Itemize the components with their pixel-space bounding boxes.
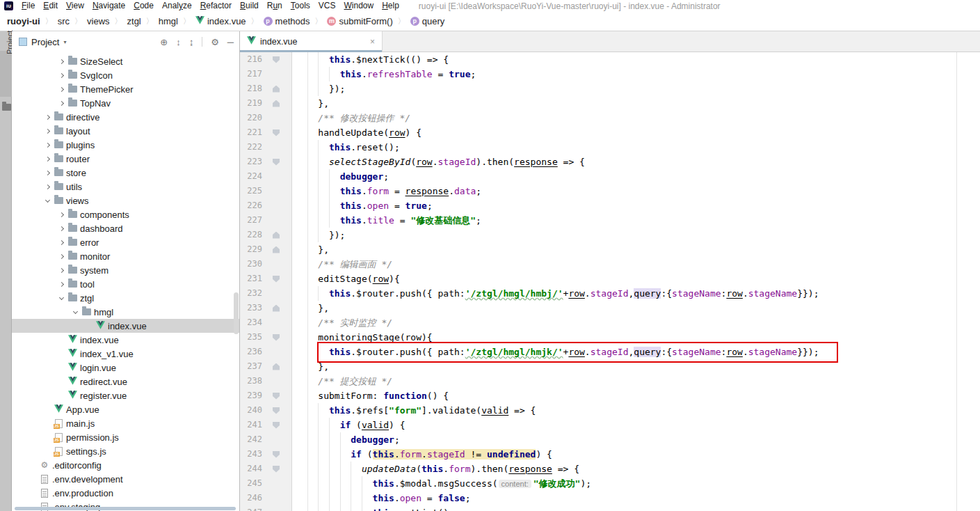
- code-line-223[interactable]: selectStageById(row.stageId).then(respon…: [292, 155, 980, 169]
- menu-item-build[interactable]: Build: [236, 0, 263, 12]
- chevron-right-icon[interactable]: [56, 88, 66, 91]
- code-line-244[interactable]: updateData(this.form).then(response => {: [292, 462, 980, 476]
- menu-item-view[interactable]: View: [62, 0, 88, 12]
- fold-start-icon[interactable]: [273, 422, 280, 429]
- collapse-all-icon[interactable]: ↨: [189, 37, 194, 47]
- fold-start-icon[interactable]: [273, 393, 280, 400]
- tree-item-svgicon[interactable]: SvgIcon: [12, 68, 239, 82]
- code-line-229[interactable]: },: [292, 242, 980, 257]
- hide-panel-icon[interactable]: ─: [227, 37, 234, 47]
- code-line-240[interactable]: this.$refs["form"].validate(valid => {: [292, 403, 980, 418]
- settings-gear-icon[interactable]: ⚙: [211, 37, 219, 47]
- breadcrumb-submitform-[interactable]: msubmitForm(): [326, 16, 394, 26]
- code-line-239[interactable]: submitForm: function() {: [292, 388, 980, 403]
- tree-item-system[interactable]: system: [12, 263, 239, 277]
- fold-start-icon[interactable]: [273, 129, 280, 136]
- project-horizontal-scrollbar[interactable]: [15, 507, 236, 510]
- breadcrumb-index-vue[interactable]: index.vue: [194, 16, 248, 26]
- tree-item-layout[interactable]: layout: [12, 124, 239, 138]
- code-line-221[interactable]: handleUpdate(row) {: [292, 125, 980, 140]
- menu-item-help[interactable]: Help: [378, 0, 403, 12]
- chevron-down-icon[interactable]: [42, 200, 52, 202]
- tree-item-utils[interactable]: utils: [12, 180, 239, 194]
- chevron-right-icon[interactable]: [56, 283, 66, 286]
- tree-item-views[interactable]: views: [12, 194, 239, 207]
- code-line-227[interactable]: this.title = "修改基础信息";: [292, 213, 980, 228]
- tree-item-login-vue[interactable]: login.vue: [12, 361, 239, 375]
- tree-item-store[interactable]: store: [12, 166, 239, 180]
- code-line-230[interactable]: /** 编辑画面 */: [292, 257, 980, 272]
- code-area[interactable]: this.$nextTick(() => { this.refreshTable…: [292, 52, 980, 511]
- chevron-right-icon[interactable]: [56, 102, 66, 105]
- chevron-right-icon[interactable]: [56, 213, 66, 217]
- chevron-right-icon[interactable]: [56, 269, 66, 272]
- fold-start-icon[interactable]: [273, 276, 280, 283]
- breadcrumb-ztgl[interactable]: ztgl: [126, 16, 143, 26]
- code-line-237[interactable]: },: [292, 359, 980, 374]
- tree-item-router[interactable]: router: [12, 152, 239, 166]
- code-line-246[interactable]: this.open = false;: [292, 491, 980, 505]
- tree-item-index-v1-vue[interactable]: index_v1.vue: [12, 347, 239, 361]
- fold-start-icon[interactable]: [273, 159, 280, 166]
- tree-item-app-vue[interactable]: App.vue: [12, 402, 239, 416]
- code-line-228[interactable]: });: [292, 228, 980, 242]
- breadcrumb-views[interactable]: views: [86, 16, 111, 26]
- code-line-235[interactable]: monitoringStage(row){: [292, 330, 980, 345]
- project-stripe-button[interactable]: [0, 51, 12, 97]
- chevron-right-icon[interactable]: [42, 143, 52, 147]
- project-vertical-scrollbar[interactable]: [234, 292, 239, 334]
- menu-item-vcs[interactable]: VCS: [314, 0, 340, 12]
- code-line-220[interactable]: /** 修改按钮操作 */: [292, 111, 980, 125]
- fold-start-icon[interactable]: [273, 451, 280, 458]
- tree-item--env-production[interactable]: .env.production: [12, 486, 239, 500]
- code-line-234[interactable]: /** 实时监控 */: [292, 315, 980, 330]
- breadcrumb-src[interactable]: src: [56, 16, 71, 26]
- tree-item-index-vue[interactable]: index.vue: [12, 333, 239, 347]
- code-line-243[interactable]: if (this.form.stageId != undefined) {: [292, 447, 980, 462]
- fold-end-icon[interactable]: [273, 305, 280, 312]
- menu-item-edit[interactable]: Edit: [39, 0, 62, 12]
- tree-item-sizeselect[interactable]: SizeSelect: [12, 54, 239, 68]
- code-line-241[interactable]: if (valid) {: [292, 418, 980, 432]
- breadcrumb-ruoyi-ui[interactable]: ruoyi-ui: [6, 16, 42, 26]
- code-line-242[interactable]: debugger;: [292, 432, 980, 447]
- project-view-dropdown[interactable]: Project ▾: [19, 37, 66, 47]
- code-line-232[interactable]: this.$router.push({ path:'/ztgl/hmgl/hmb…: [292, 286, 980, 301]
- tree-item-dashboard[interactable]: dashboard: [12, 221, 239, 235]
- close-tab-icon[interactable]: ×: [370, 37, 375, 47]
- breadcrumb-query[interactable]: pquery: [409, 16, 447, 26]
- chevron-right-icon[interactable]: [56, 60, 66, 63]
- tree-item-main-js[interactable]: main.js: [12, 416, 239, 430]
- fold-start-icon[interactable]: [273, 56, 280, 63]
- tree-item-ztgl[interactable]: ztgl: [12, 291, 239, 305]
- chevron-right-icon[interactable]: [42, 185, 52, 189]
- chevron-right-icon[interactable]: [42, 171, 52, 175]
- code-line-233[interactable]: },: [292, 301, 980, 315]
- tree-item-index-vue[interactable]: index.vue: [12, 319, 239, 333]
- tree-item-themepicker[interactable]: ThemePicker: [12, 82, 239, 96]
- menu-item-tools[interactable]: Tools: [287, 0, 314, 12]
- fold-end-icon[interactable]: [273, 86, 280, 93]
- menu-item-navigate[interactable]: Navigate: [88, 0, 129, 12]
- fold-end-icon[interactable]: [273, 100, 280, 107]
- chevron-right-icon[interactable]: [56, 74, 66, 77]
- tab-index-vue[interactable]: index.vue ×: [240, 31, 383, 52]
- tree-item-permission-js[interactable]: permission.js: [12, 430, 239, 444]
- chevron-right-icon[interactable]: [42, 116, 52, 119]
- chevron-right-icon[interactable]: [56, 241, 66, 244]
- code-line-219[interactable]: },: [292, 96, 980, 111]
- code-line-247[interactable]: this.getList();: [292, 505, 980, 511]
- code-line-245[interactable]: this.$modal.msgSuccess(content:"修改成功");: [292, 476, 980, 491]
- fold-end-icon[interactable]: [273, 232, 280, 239]
- menu-item-file[interactable]: File: [17, 0, 39, 12]
- breadcrumb-hmgl[interactable]: hmgl: [157, 16, 179, 26]
- fold-start-icon[interactable]: [273, 334, 280, 341]
- tree-item-topnav[interactable]: TopNav: [12, 96, 239, 110]
- tree-item-plugins[interactable]: plugins: [12, 138, 239, 152]
- expand-all-icon[interactable]: ↕: [176, 37, 181, 47]
- chevron-down-icon[interactable]: [70, 311, 80, 313]
- fold-start-icon[interactable]: [273, 466, 280, 473]
- code-line-216[interactable]: this.$nextTick(() => {: [292, 52, 980, 67]
- code-line-225[interactable]: this.form = response.data;: [292, 184, 980, 198]
- tree-item-settings-js[interactable]: settings.js: [12, 444, 239, 458]
